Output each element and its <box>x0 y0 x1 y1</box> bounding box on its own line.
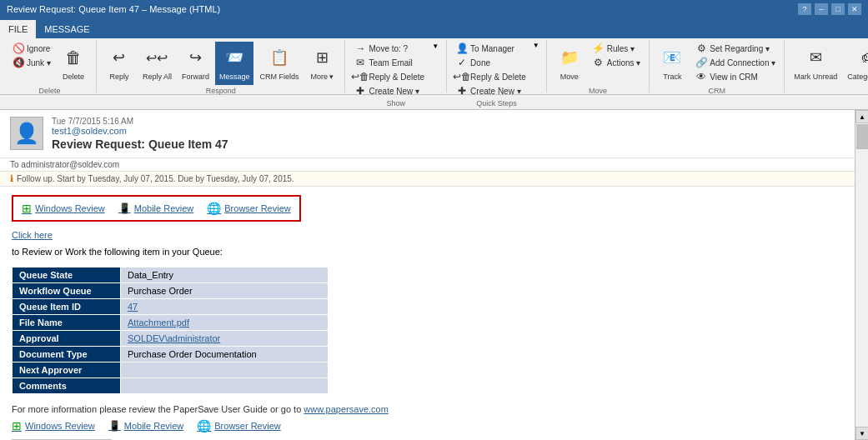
ignore-button[interactable]: 🚫 Ignore <box>8 42 54 55</box>
windows-review-label2: Windows Review <box>25 421 95 431</box>
quicksteps-expand-button[interactable]: ▼ <box>531 42 541 49</box>
queue-state-value: Data_Entry <box>121 268 329 283</box>
approval-value: SOLDEV\administrator <box>121 331 329 347</box>
junk-button[interactable]: 🔇 Junk ▾ <box>8 56 54 69</box>
browser-review-label: Browser Review <box>224 203 290 213</box>
followup-text: Follow up. Start by Tuesday, July 07, 20… <box>17 174 294 183</box>
title-bar: Review Request: Queue Item 47 – Message … <box>0 0 868 18</box>
close-button[interactable]: ✕ <box>848 3 861 15</box>
quicksteps-col: 👤 To Manager ✓ Done ↩🗑 Reply & Delete ✚ … <box>452 42 529 98</box>
approval-link[interactable]: SOLDEV\administrator <box>128 333 220 343</box>
help-button[interactable]: ? <box>798 3 811 15</box>
delete-button[interactable]: 🗑 Delete <box>56 42 91 85</box>
team-email-button[interactable]: ✉ Team Email <box>350 56 428 69</box>
ribbon: 🚫 Ignore 🔇 Junk ▾ 🗑 Delete Delete ↩ Repl… <box>0 38 868 95</box>
track-button[interactable]: 📧 Track <box>655 42 690 85</box>
review-links-row2: ⊞ Windows Review 📱 Mobile Review 🌐 Brows… <box>12 419 843 432</box>
categorize-icon: 🏷 <box>855 44 868 71</box>
junk-icon: 🔇 <box>12 56 25 69</box>
scroll-up-button[interactable]: ▲ <box>855 110 868 123</box>
browser-icon: 🌐 <box>207 202 221 215</box>
browser-review-link[interactable]: 🌐 Browser Review <box>207 202 290 215</box>
file-name-link[interactable]: Attachment.pdf <box>128 318 189 328</box>
message-icon: 📨 <box>221 44 248 71</box>
to-manager-button[interactable]: 👤 To Manager <box>452 42 529 55</box>
mobile-review-link[interactable]: 📱 Mobile Review <box>118 202 194 214</box>
reply-delete-qs-icon: ↩🗑 <box>455 70 469 83</box>
add-connection-icon: 🔗 <box>695 56 708 69</box>
table-row: File Name Attachment.pdf <box>13 315 329 331</box>
tab-file[interactable]: FILE <box>0 20 36 38</box>
browser-review-link2[interactable]: 🌐 Browser Review <box>197 419 280 432</box>
categorize-button[interactable]: 🏷 Categorize ▾ <box>843 42 868 85</box>
set-regarding-button[interactable]: ⚙ Set Regarding ▾ <box>691 42 779 55</box>
document-type-label: Document Type <box>13 347 121 362</box>
quicksteps-expand-icon: ▼ <box>533 42 539 49</box>
scroll-down-button[interactable]: ▼ <box>855 427 868 440</box>
mobile-icon2: 📱 <box>108 420 121 432</box>
ribbon-group-show: → Move to: ? ✉ Team Email ↩🗑 Reply & Del… <box>345 40 447 92</box>
set-regarding-icon: ⚙ <box>695 42 708 55</box>
ignore-icon: 🚫 <box>12 42 25 55</box>
show-expand-button[interactable]: ▼ <box>429 42 441 51</box>
click-here-link[interactable]: Click here <box>12 230 843 240</box>
message-button[interactable]: 📨 Message <box>215 42 254 85</box>
queue-item-id-link[interactable]: 47 <box>128 302 138 312</box>
create-new-button[interactable]: ✚ Create New ▾ <box>350 84 428 98</box>
create-new-qs-button[interactable]: ✚ Create New ▾ <box>452 84 529 98</box>
quicksteps-group-label: Quick Steps <box>476 99 517 108</box>
ribbon-group-quicksteps: 👤 To Manager ✓ Done ↩🗑 Reply & Delete ✚ … <box>447 40 547 92</box>
to-address[interactable]: administrator@soldev.com <box>21 160 119 169</box>
email-from[interactable]: test1@soldev.com <box>52 126 845 136</box>
ribbon-group-tags: ✉ Mark Unread 🏷 Categorize ▾ 🚩 Follow Up… <box>785 40 868 92</box>
windows-review-link[interactable]: ⊞ Windows Review <box>22 202 105 215</box>
actions-button[interactable]: ⚙ Actions ▾ <box>589 56 645 69</box>
move-to-button[interactable]: → Move to: ? <box>350 42 428 55</box>
table-row: Comments <box>13 378 329 394</box>
reply-delete-qs-button[interactable]: ↩🗑 Reply & Delete <box>452 70 529 83</box>
ribbon-group-delete: 🚫 Ignore 🔇 Junk ▾ 🗑 Delete Delete <box>3 40 97 92</box>
email-meta: Tue 7/7/2015 5:16 AM test1@soldev.com Re… <box>52 117 845 151</box>
review-links-box: ⊞ Windows Review 📱 Mobile Review 🌐 Brows… <box>12 195 301 222</box>
more-info-prefix: For more information please review the P… <box>12 404 304 414</box>
email-body: 👤 Tue 7/7/2015 5:16 AM test1@soldev.com … <box>0 110 855 440</box>
table-row: Approval SOLDEV\administrator <box>13 331 329 347</box>
rules-button[interactable]: ⚡ Rules ▾ <box>589 42 645 55</box>
reply-button[interactable]: ↩ Reply <box>102 42 137 85</box>
title-bar-text: Review Request: Queue Item 47 – Message … <box>7 4 220 14</box>
papersave-link[interactable]: www.papersave.com <box>304 404 389 414</box>
browser-review-label2: Browser Review <box>214 421 280 431</box>
windows-icon2: ⊞ <box>12 419 22 432</box>
more-button[interactable]: ⊞ More ▾ <box>304 42 339 85</box>
scroll-thumb[interactable] <box>856 124 868 149</box>
email-header: 👤 Tue 7/7/2015 5:16 AM test1@soldev.com … <box>0 110 855 158</box>
view-in-crm-button[interactable]: 👁 View in CRM <box>691 70 779 83</box>
crm-fields-icon: 📋 <box>266 44 293 71</box>
ribbon-group-respond: ↩ Reply ↩↩ Reply All ↪ Forward 📨 Message… <box>97 40 346 92</box>
queue-table: Queue State Data_Entry Workflow Queue Pu… <box>12 267 329 394</box>
ignore-junk-col: 🚫 Ignore 🔇 Junk ▾ <box>8 42 54 69</box>
add-connection-button[interactable]: 🔗 Add Connection ▾ <box>691 56 779 69</box>
crm-col: ⚙ Set Regarding ▾ 🔗 Add Connection ▾ 👁 V… <box>691 42 779 83</box>
tab-message[interactable]: MESSAGE <box>36 20 98 38</box>
create-new-qs-icon: ✚ <box>455 84 469 98</box>
maximize-button[interactable]: □ <box>831 3 845 15</box>
avatar: 👤 <box>10 117 43 150</box>
mobile-review-link2[interactable]: 📱 Mobile Review <box>108 420 184 432</box>
windows-review-link2[interactable]: ⊞ Windows Review <box>12 419 95 432</box>
minimize-button[interactable]: – <box>815 3 828 15</box>
avatar-icon: 👤 <box>14 122 39 145</box>
email-datetime: Tue 7/7/2015 5:16 AM <box>52 117 845 126</box>
mark-unread-button[interactable]: ✉ Mark Unread <box>790 42 841 85</box>
crm-fields-button[interactable]: 📋 CRM Fields <box>255 42 303 85</box>
done-button[interactable]: ✓ Done <box>452 56 529 69</box>
forward-button[interactable]: ↪ Forward <box>178 42 213 85</box>
title-bar-controls: ? – □ ✕ <box>798 3 861 15</box>
document-type-value: Purchase Order Documentation <box>121 347 329 362</box>
rules-icon: ⚡ <box>592 42 605 55</box>
ribbon-group-move-content: 📁 Move ⚡ Rules ▾ ⚙ Actions ▾ <box>552 42 645 85</box>
reply-all-button[interactable]: ↩↩ Reply All <box>138 42 176 85</box>
table-row: Workflow Queue Purchase Order <box>13 283 329 299</box>
move-button[interactable]: 📁 Move <box>552 42 587 85</box>
reply-delete-button[interactable]: ↩🗑 Reply & Delete <box>350 70 428 83</box>
